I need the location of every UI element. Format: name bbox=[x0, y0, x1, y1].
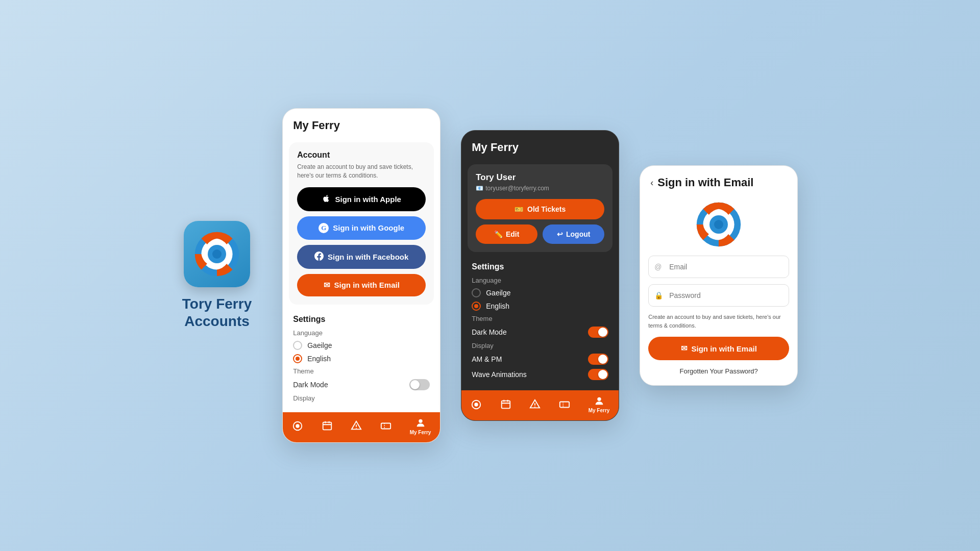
back-button[interactable]: ‹ bbox=[650, 178, 653, 188]
terms-text: Create an account to buy and save ticket… bbox=[648, 313, 789, 330]
screen2-header: My Ferry bbox=[461, 131, 619, 160]
screen3-header: ‹ Sign in with Email bbox=[640, 166, 797, 193]
main-layout: Tory FerryAccounts My Ferry Account Crea… bbox=[162, 88, 818, 463]
nav-calendar-dark[interactable] bbox=[500, 399, 511, 410]
gaeilge-option-dark[interactable]: Gaeilge bbox=[472, 288, 608, 297]
edit-button[interactable]: ✏️ Edit bbox=[476, 224, 537, 244]
am-pm-label: AM & PM bbox=[472, 355, 502, 363]
google-icon: G bbox=[318, 223, 329, 233]
dark-mode-row-dark: Dark Mode bbox=[472, 327, 608, 338]
nav-profile[interactable]: My Ferry bbox=[410, 417, 431, 435]
app-title: Tory FerryAccounts bbox=[182, 295, 252, 330]
email-btn-icon: ✉ bbox=[681, 344, 688, 353]
app-icon bbox=[184, 221, 250, 287]
am-pm-row: AM & PM bbox=[472, 354, 608, 365]
dark-mode-row: Dark Mode bbox=[293, 379, 430, 390]
forgot-password-link[interactable]: Forgotten Your Password? bbox=[640, 367, 797, 385]
english-radio-dark bbox=[472, 302, 481, 311]
svg-rect-13 bbox=[381, 423, 390, 429]
user-name: Tory User bbox=[476, 172, 604, 183]
language-label-dark: Language bbox=[472, 277, 608, 284]
account-title: Account bbox=[297, 151, 426, 160]
settings-section-dark: Settings Language Gaeilge English Theme … bbox=[461, 256, 619, 390]
theme-label: Theme bbox=[293, 367, 430, 375]
nav-alert-dark[interactable] bbox=[529, 399, 541, 410]
settings-section-light: Settings Language Gaeilge English Theme … bbox=[283, 309, 440, 412]
dark-mode-label-dark: Dark Mode bbox=[472, 328, 506, 336]
dark-mode-toggle[interactable] bbox=[409, 379, 430, 390]
nav-profile-label: My Ferry bbox=[410, 430, 431, 435]
svg-point-31 bbox=[714, 220, 723, 229]
edit-icon: ✏️ bbox=[494, 230, 503, 238]
screen1-title: My Ferry bbox=[293, 119, 430, 132]
wave-toggle[interactable] bbox=[588, 369, 608, 380]
am-pm-toggle[interactable] bbox=[588, 354, 608, 365]
facebook-icon bbox=[314, 252, 324, 262]
edit-logout-row: ✏️ Edit ↩ Logout bbox=[476, 224, 604, 244]
sign-in-google-button[interactable]: G Sign in with Google bbox=[297, 216, 426, 240]
bottom-nav-dark: My Ferry bbox=[461, 390, 619, 420]
sign-in-email-button[interactable]: ✉ Sign in with Email bbox=[297, 274, 426, 296]
email-sign-in-button[interactable]: ✉ Sign in with Email bbox=[648, 337, 789, 360]
old-tickets-button[interactable]: 🎫 Old Tickets bbox=[476, 199, 604, 219]
nav-profile-dark[interactable]: My Ferry bbox=[589, 395, 610, 413]
dark-mode-toggle-dark[interactable] bbox=[588, 327, 608, 338]
display-label: Display bbox=[293, 394, 430, 402]
account-desc: Create an account to buy and save ticket… bbox=[297, 163, 426, 180]
svg-point-26 bbox=[597, 397, 601, 401]
logo-container bbox=[640, 202, 797, 247]
account-section-light: Account Create an account to buy and sav… bbox=[289, 142, 434, 305]
language-english-option[interactable]: English bbox=[293, 354, 430, 363]
svg-rect-18 bbox=[501, 400, 510, 408]
nav-ticket[interactable] bbox=[380, 420, 391, 432]
gaeilge-radio bbox=[293, 341, 302, 350]
wave-row: Wave Animations bbox=[472, 369, 608, 380]
nav-alert[interactable] bbox=[351, 420, 362, 432]
svg-point-23 bbox=[534, 406, 535, 407]
nav-ferry[interactable] bbox=[292, 420, 303, 432]
svg-point-6 bbox=[296, 424, 299, 428]
email-input[interactable] bbox=[648, 256, 789, 278]
english-radio-active bbox=[293, 354, 302, 363]
nav-ticket-dark[interactable] bbox=[559, 399, 570, 410]
screen1-header: My Ferry bbox=[283, 109, 440, 138]
svg-rect-24 bbox=[560, 402, 569, 407]
at-icon: @ bbox=[654, 263, 662, 271]
svg-rect-7 bbox=[323, 422, 331, 430]
logout-button[interactable]: ↩ Logout bbox=[543, 224, 604, 244]
gaeilge-label: Gaeilge bbox=[307, 341, 332, 349]
app-branding: Tory FerryAccounts bbox=[182, 221, 252, 330]
language-gaeilge-option[interactable]: Gaeilge bbox=[293, 341, 430, 350]
password-input[interactable] bbox=[648, 284, 789, 307]
nav-calendar[interactable] bbox=[322, 420, 333, 432]
user-email: 📧toryuser@toryferry.com bbox=[476, 185, 604, 192]
email-input-wrapper: @ bbox=[648, 256, 789, 278]
settings-title-dark: Settings bbox=[472, 262, 608, 271]
display-label-dark: Display bbox=[472, 342, 608, 349]
svg-point-15 bbox=[419, 419, 422, 422]
screen3-title: Sign in with Email bbox=[657, 176, 753, 189]
nav-ferry-dark[interactable] bbox=[471, 399, 482, 410]
gaeilge-label-dark: Gaeilge bbox=[486, 289, 510, 297]
lock-icon: 🔒 bbox=[654, 291, 663, 299]
apple-icon bbox=[322, 194, 331, 205]
screen-3: ‹ Sign in with Email @ 🔒 bbox=[640, 165, 798, 386]
sign-in-apple-button[interactable]: Sign in with Apple bbox=[297, 187, 426, 211]
gaeilge-radio-dark bbox=[472, 288, 481, 297]
dark-mode-label: Dark Mode bbox=[293, 381, 328, 389]
svg-point-4 bbox=[212, 249, 222, 259]
email-icon: ✉ bbox=[324, 281, 330, 290]
english-label: English bbox=[307, 355, 331, 363]
nav-profile-label-dark: My Ferry bbox=[589, 408, 610, 413]
screen-1: My Ferry Account Create an account to bu… bbox=[282, 108, 440, 443]
screen2-title: My Ferry bbox=[472, 141, 608, 154]
svg-point-12 bbox=[356, 428, 357, 429]
screen-2: My Ferry Tory User 📧toryuser@toryferry.c… bbox=[461, 130, 619, 421]
logout-icon: ↩ bbox=[557, 230, 563, 238]
bottom-nav-light: My Ferry bbox=[283, 412, 440, 442]
english-option-dark[interactable]: English bbox=[472, 302, 608, 311]
english-label-dark: English bbox=[486, 302, 509, 310]
svg-point-17 bbox=[474, 403, 478, 406]
sign-in-facebook-button[interactable]: Sign in with Facebook bbox=[297, 245, 426, 269]
language-label: Language bbox=[293, 329, 430, 337]
